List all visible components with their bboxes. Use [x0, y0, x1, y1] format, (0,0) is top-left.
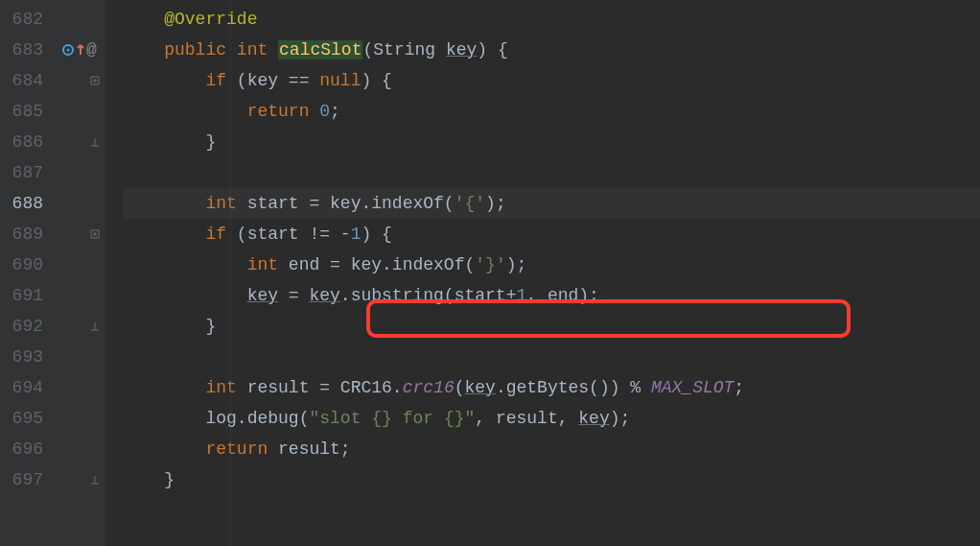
code-line[interactable]: @Override — [123, 4, 980, 35]
code-editor[interactable]: 682 683 684 685 686 687 688 689 690 691 … — [0, 0, 980, 546]
code-line[interactable]: key = key.substring(start+1, end); — [123, 280, 980, 311]
code-line[interactable] — [123, 157, 980, 188]
line-number: 686 — [0, 127, 43, 157]
line-number: 696 — [0, 434, 43, 464]
editor-content[interactable]: @Override public int calcSlot(String key… — [105, 0, 980, 546]
code-line[interactable] — [123, 342, 980, 372]
line-number: 687 — [0, 157, 43, 188]
code-line[interactable]: int result = CRC16.crc16(key.getBytes())… — [123, 372, 980, 403]
fold-toggle-icon[interactable] — [53, 219, 105, 249]
line-number: 682 — [0, 4, 43, 35]
code-line[interactable]: if (key == null) { — [123, 65, 980, 96]
line-number: 689 — [0, 219, 43, 249]
line-number: 688 — [0, 188, 43, 219]
gutter-markers: @ — [53, 0, 105, 546]
line-number: 684 — [0, 65, 43, 96]
code-line[interactable]: int start = key.indexOf('{'); — [123, 188, 980, 219]
code-line[interactable]: return 0; — [123, 96, 980, 127]
code-line[interactable]: public int calcSlot(String key) { — [123, 35, 980, 65]
line-number: 697 — [0, 464, 43, 495]
override-gutter-icon[interactable] — [61, 43, 75, 57]
line-number-gutter: 682 683 684 685 686 687 688 689 690 691 … — [0, 0, 53, 546]
line-number: 690 — [0, 249, 43, 280]
code-line[interactable]: log.debug("slot {} for {}", result, key)… — [123, 403, 980, 434]
code-line[interactable]: return result; — [123, 434, 980, 464]
line-number: 694 — [0, 372, 43, 403]
line-number: 683 — [0, 35, 43, 65]
arrow-up-icon — [77, 44, 84, 56]
code-line[interactable]: int end = key.indexOf('}'); — [123, 249, 980, 280]
line-number: 695 — [0, 403, 43, 434]
code-line[interactable]: } — [123, 311, 980, 342]
line-number: 693 — [0, 342, 43, 372]
code-line[interactable]: } — [123, 464, 980, 495]
fold-toggle-icon[interactable] — [53, 65, 105, 96]
fold-end-icon[interactable] — [53, 311, 105, 342]
line-number: 685 — [0, 96, 43, 127]
at-icon: @ — [86, 35, 97, 65]
fold-end-icon[interactable] — [53, 464, 105, 495]
line-number: 692 — [0, 311, 43, 342]
svg-point-1 — [67, 49, 70, 52]
code-line[interactable]: } — [123, 127, 980, 157]
line-number: 691 — [0, 280, 43, 311]
code-line[interactable]: if (start != -1) { — [123, 219, 980, 249]
fold-end-icon[interactable] — [53, 127, 105, 157]
